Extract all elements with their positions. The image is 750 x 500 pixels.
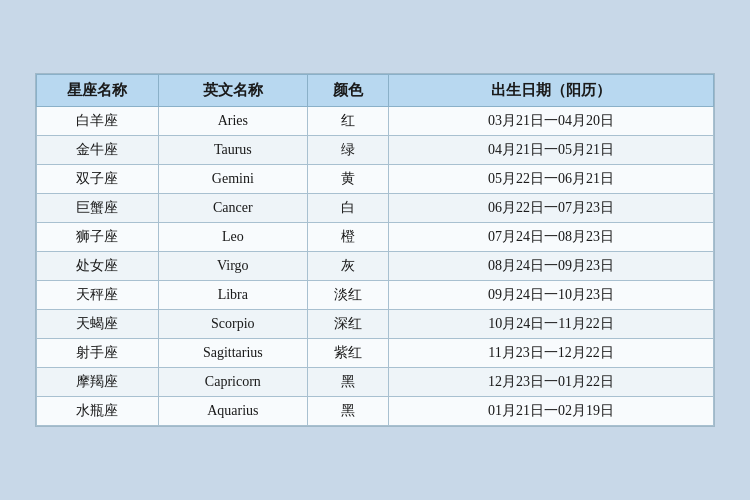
table-row: 狮子座Leo橙07月24日一08月23日 [37, 223, 714, 252]
table-row: 射手座Sagittarius紫红11月23日一12月22日 [37, 339, 714, 368]
table-row: 天蝎座Scorpio深红10月24日一11月22日 [37, 310, 714, 339]
zodiac-table-container: 星座名称 英文名称 颜色 出生日期（阳历） 白羊座Aries红03月21日一04… [35, 73, 715, 427]
table-row: 水瓶座Aquarius黑01月21日一02月19日 [37, 397, 714, 426]
table-row: 处女座Virgo灰08月24日一09月23日 [37, 252, 714, 281]
cell-english: Scorpio [158, 310, 307, 339]
cell-color: 绿 [307, 136, 388, 165]
cell-color: 白 [307, 194, 388, 223]
cell-chinese: 水瓶座 [37, 397, 159, 426]
cell-english: Aries [158, 107, 307, 136]
cell-english: Virgo [158, 252, 307, 281]
cell-color: 橙 [307, 223, 388, 252]
cell-date: 10月24日一11月22日 [389, 310, 714, 339]
cell-chinese: 天秤座 [37, 281, 159, 310]
cell-color: 深红 [307, 310, 388, 339]
cell-chinese: 狮子座 [37, 223, 159, 252]
cell-english: Libra [158, 281, 307, 310]
cell-chinese: 双子座 [37, 165, 159, 194]
cell-color: 黄 [307, 165, 388, 194]
cell-english: Gemini [158, 165, 307, 194]
table-row: 巨蟹座Cancer白06月22日一07月23日 [37, 194, 714, 223]
cell-date: 03月21日一04月20日 [389, 107, 714, 136]
cell-date: 11月23日一12月22日 [389, 339, 714, 368]
cell-chinese: 射手座 [37, 339, 159, 368]
cell-date: 07月24日一08月23日 [389, 223, 714, 252]
header-english: 英文名称 [158, 75, 307, 107]
table-row: 摩羯座Capricorn黑12月23日一01月22日 [37, 368, 714, 397]
cell-color: 黑 [307, 368, 388, 397]
zodiac-table: 星座名称 英文名称 颜色 出生日期（阳历） 白羊座Aries红03月21日一04… [36, 74, 714, 426]
table-header-row: 星座名称 英文名称 颜色 出生日期（阳历） [37, 75, 714, 107]
cell-chinese: 处女座 [37, 252, 159, 281]
cell-color: 黑 [307, 397, 388, 426]
cell-english: Aquarius [158, 397, 307, 426]
cell-chinese: 摩羯座 [37, 368, 159, 397]
cell-color: 淡红 [307, 281, 388, 310]
table-row: 双子座Gemini黄05月22日一06月21日 [37, 165, 714, 194]
cell-color: 紫红 [307, 339, 388, 368]
cell-date: 05月22日一06月21日 [389, 165, 714, 194]
cell-color: 红 [307, 107, 388, 136]
table-body: 白羊座Aries红03月21日一04月20日金牛座Taurus绿04月21日一0… [37, 107, 714, 426]
cell-chinese: 白羊座 [37, 107, 159, 136]
cell-date: 01月21日一02月19日 [389, 397, 714, 426]
cell-color: 灰 [307, 252, 388, 281]
table-row: 天秤座Libra淡红09月24日一10月23日 [37, 281, 714, 310]
cell-date: 04月21日一05月21日 [389, 136, 714, 165]
cell-chinese: 天蝎座 [37, 310, 159, 339]
header-color: 颜色 [307, 75, 388, 107]
cell-english: Capricorn [158, 368, 307, 397]
cell-english: Cancer [158, 194, 307, 223]
cell-english: Taurus [158, 136, 307, 165]
cell-date: 08月24日一09月23日 [389, 252, 714, 281]
cell-english: Sagittarius [158, 339, 307, 368]
table-row: 金牛座Taurus绿04月21日一05月21日 [37, 136, 714, 165]
cell-english: Leo [158, 223, 307, 252]
header-date: 出生日期（阳历） [389, 75, 714, 107]
cell-date: 06月22日一07月23日 [389, 194, 714, 223]
cell-date: 09月24日一10月23日 [389, 281, 714, 310]
cell-chinese: 金牛座 [37, 136, 159, 165]
header-chinese: 星座名称 [37, 75, 159, 107]
table-row: 白羊座Aries红03月21日一04月20日 [37, 107, 714, 136]
cell-chinese: 巨蟹座 [37, 194, 159, 223]
cell-date: 12月23日一01月22日 [389, 368, 714, 397]
